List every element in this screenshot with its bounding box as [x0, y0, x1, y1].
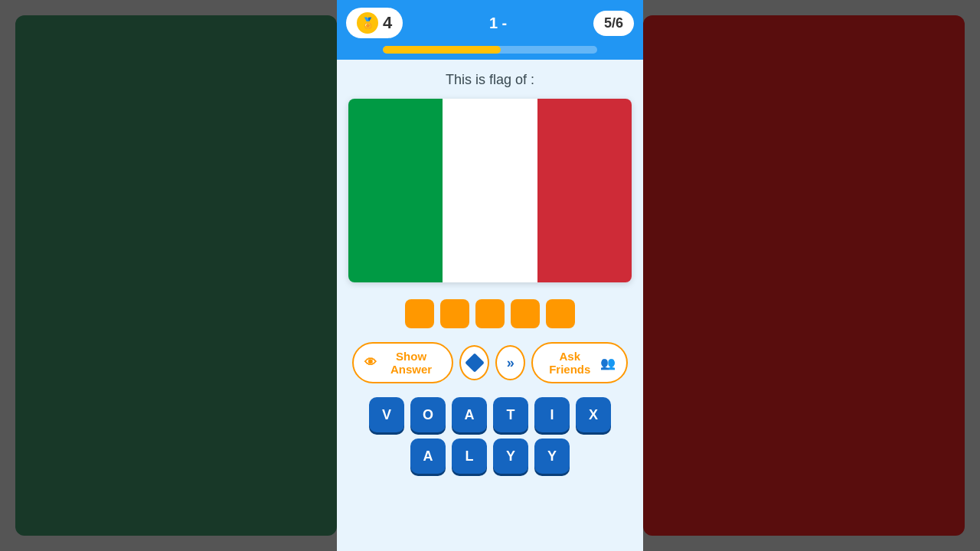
flag-white-stripe — [443, 99, 537, 282]
question-number: 1 - — [489, 15, 507, 32]
lives-badge: 5/6 — [593, 11, 634, 36]
diamond-button[interactable] — [459, 345, 489, 380]
score-badge: 🏅 4 — [346, 8, 403, 38]
answer-blank-2 — [440, 299, 469, 328]
letter-button-l-7[interactable]: L — [452, 439, 487, 474]
letter-buttons: VOATIXALYY — [352, 397, 628, 474]
letter-button-y-9[interactable]: Y — [534, 439, 570, 474]
answer-blank-5 — [546, 299, 575, 328]
trophy-icon: 🏅 — [357, 12, 378, 34]
answer-blank-3 — [475, 299, 505, 328]
question-label: This is flag of : — [446, 72, 534, 88]
letter-button-o-1[interactable]: O — [410, 397, 446, 432]
letter-button-t-3[interactable]: T — [493, 397, 528, 432]
background-left — [15, 15, 337, 536]
answer-blanks — [405, 299, 575, 328]
letter-button-a-6[interactable]: A — [410, 439, 446, 474]
friends-icon: 👥 — [600, 356, 616, 370]
flag-red-stripe — [537, 99, 632, 282]
main-content: This is flag of : 👁 Show Answer — [337, 60, 643, 551]
answer-blank-1 — [405, 299, 434, 328]
letter-button-y-8[interactable]: Y — [493, 439, 528, 474]
score-value: 4 — [383, 13, 392, 33]
background-right — [643, 15, 965, 536]
flag-green-stripe — [348, 99, 443, 282]
header: 🏅 4 1 - 5/6 — [337, 0, 643, 46]
answer-blank-4 — [511, 299, 540, 328]
show-answer-label: Show Answer — [381, 350, 441, 376]
phone-container: 🏅 4 1 - 5/6 This is flag of : — [337, 0, 643, 551]
diamond-icon — [465, 353, 484, 372]
letter-button-v-0[interactable]: V — [369, 397, 404, 432]
show-answer-button[interactable]: 👁 Show Answer — [352, 342, 453, 383]
flag-image — [348, 99, 632, 282]
ask-friends-button[interactable]: Ask Friends 👥 — [531, 342, 628, 383]
letter-button-i-4[interactable]: I — [534, 397, 570, 432]
progress-bar-background — [383, 46, 597, 54]
ask-friends-label: Ask Friends — [544, 350, 596, 376]
action-buttons: 👁 Show Answer » Ask Friends 👥 — [352, 342, 628, 383]
skip-button[interactable]: » — [495, 345, 525, 380]
eye-icon: 👁 — [364, 356, 377, 370]
skip-icon: » — [507, 355, 514, 371]
progress-bar-container — [337, 46, 643, 60]
progress-bar-fill — [383, 46, 501, 54]
letter-button-x-5[interactable]: X — [576, 397, 611, 432]
letter-button-a-2[interactable]: A — [452, 397, 487, 432]
